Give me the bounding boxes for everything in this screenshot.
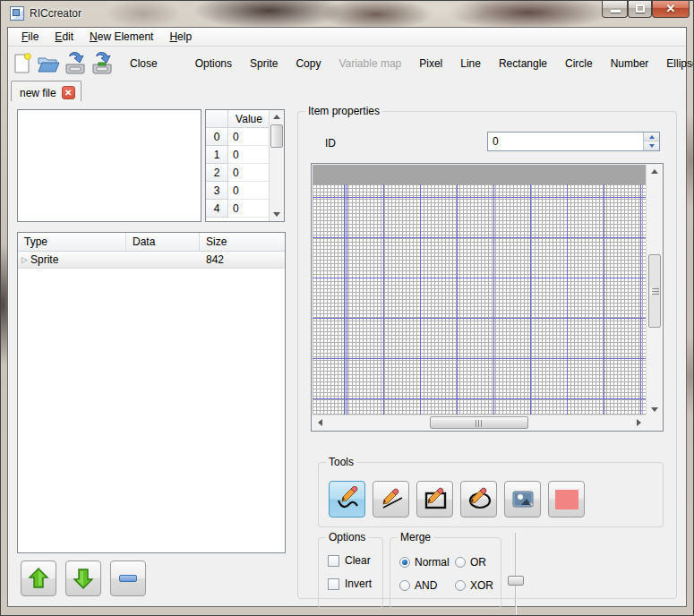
spin-up-icon [649,135,655,139]
spin-down-button[interactable] [644,141,659,150]
move-up-button[interactable] [21,560,56,596]
new-file-button[interactable] [12,50,33,77]
toolbar-copy-button[interactable]: Copy [287,54,330,73]
move-down-button[interactable] [65,560,101,596]
save-file-as-button[interactable] [90,50,114,77]
tools-row [329,481,585,518]
scroll-down-arrow[interactable] [270,208,284,221]
expand-arrow-icon[interactable]: ▷ [18,255,30,264]
merge-title: Merge [398,531,433,543]
cell-type: Sprite [30,253,126,266]
id-spinbox[interactable] [487,132,660,151]
open-folder-icon [37,53,60,74]
close-icon: ✕ [653,2,689,15]
scrollbar-thumb[interactable] [270,124,283,148]
scroll-up-arrow[interactable] [270,110,284,124]
normal-radio[interactable] [399,557,410,568]
title-bar[interactable]: RICcreator ✕ [0,0,694,27]
thumb-grip [476,420,484,427]
spin-up-button[interactable] [644,133,659,141]
radio-normal-row[interactable]: Normal [399,556,450,569]
slider-track[interactable] [515,533,517,616]
scroll-up-arrow[interactable] [647,165,662,178]
values-table: Value 00 10 20 30 40 [205,109,285,222]
ellipse-tool-button[interactable] [460,481,497,518]
toolbar-pixel-button[interactable]: Pixel [410,54,451,73]
open-file-button[interactable] [37,50,60,77]
up-arrow-icon [273,115,280,119]
clear-checkbox[interactable] [328,555,339,567]
sprite-editor-margin [313,165,646,184]
id-input[interactable] [488,133,642,150]
and-radio[interactable] [399,580,410,591]
color-swatch-tool-button[interactable] [548,481,585,518]
toolbar-ellipse-button[interactable]: Ellipse [657,54,694,73]
scroll-right-arrow[interactable] [631,415,646,430]
table-row[interactable]: 40 [206,200,270,218]
remove-button[interactable] [110,560,146,596]
rectangle-tool-button[interactable] [416,481,453,518]
save-icon [64,52,87,75]
maximize-button[interactable] [628,0,652,18]
column-header-data[interactable]: Data [126,233,200,251]
table-row[interactable]: 00 [206,128,270,146]
sprite-editor-canvas[interactable] [313,184,646,416]
radio-xor-row[interactable]: XOR [455,579,493,592]
table-row-sprite[interactable]: ▷ Sprite 842 [18,252,285,269]
cell-size: 842 [200,253,285,266]
values-vertical-scrollbar[interactable] [269,110,284,221]
scrollbar-thumb[interactable] [430,416,528,429]
green-up-arrow-icon [27,567,50,590]
radio-or-row[interactable]: OR [455,556,486,569]
close-window-button[interactable]: ✕ [652,0,690,18]
xor-radio[interactable] [455,580,466,591]
menu-help[interactable]: Help [161,29,200,45]
menu-new-element[interactable]: New Element [81,29,161,45]
toolbar-number-button[interactable]: Number [602,54,658,73]
freehand-tool-button[interactable] [329,481,365,518]
editor-horizontal-scrollbar[interactable] [313,415,646,430]
column-header-size[interactable]: Size [200,233,285,251]
close-document-button[interactable]: Close [121,54,167,73]
toolbar-options-button[interactable]: Options [186,54,241,73]
toolbar-rectangle-button[interactable]: Rectangle [490,54,556,73]
window-title: RICcreator [30,7,81,20]
zoom-slider[interactable] [507,533,525,616]
menu-file[interactable]: File [13,29,47,45]
slider-handle[interactable] [508,576,524,586]
image-tool-button[interactable] [504,481,541,518]
minimize-icon [611,10,621,13]
table-row[interactable]: 10 [206,146,270,164]
minimize-button[interactable] [602,0,628,18]
scrollbar-thumb[interactable] [648,254,661,328]
column-header-type[interactable]: Type [18,233,126,251]
normal-label: Normal [415,556,450,569]
editor-vertical-scrollbar[interactable] [646,165,662,416]
toolbar-sprite-button[interactable]: Sprite [241,54,287,73]
radio-and-row[interactable]: AND [399,579,437,592]
clear-label: Clear [345,554,371,567]
clear-checkbox-row[interactable]: Clear [328,554,371,567]
invert-checkbox[interactable] [328,578,339,590]
table-row[interactable]: 20 [206,164,270,182]
ellipse-pencil-icon [466,486,493,513]
save-file-button[interactable] [64,50,87,77]
tab-close-button[interactable]: ✕ [62,86,75,99]
line-tool-button[interactable] [373,481,409,518]
toolbar-variable-map-button: Variable map [330,54,410,73]
spin-buttons [643,133,659,150]
tab-new-file[interactable]: new file ✕ [11,81,81,101]
app-icon [10,6,24,21]
table-row[interactable]: 30 [206,182,270,200]
or-label: OR [470,556,486,569]
spin-down-icon [649,144,655,148]
or-radio[interactable] [455,557,466,568]
toolbar-circle-button[interactable]: Circle [556,54,602,73]
scroll-left-arrow[interactable] [313,415,327,430]
and-label: AND [415,579,437,592]
toolbar-line-button[interactable]: Line [451,54,490,73]
image-icon [510,486,536,513]
item-properties-title: Item properties [305,105,382,117]
menu-edit[interactable]: Edit [47,29,81,45]
invert-checkbox-row[interactable]: Invert [328,578,372,590]
